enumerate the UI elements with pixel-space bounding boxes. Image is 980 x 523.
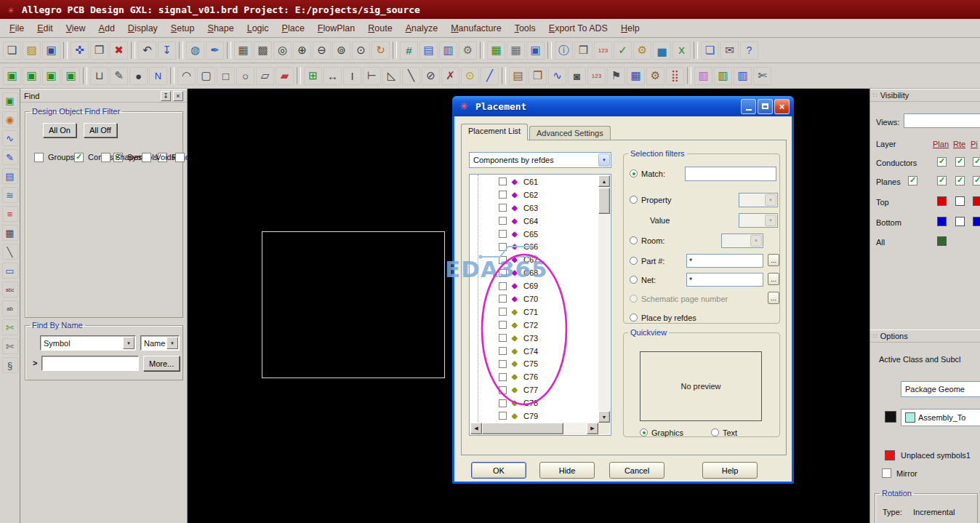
section-icon[interactable]: § [2,357,18,373]
net-browse-button[interactable]: ... [768,273,779,285]
separator[interactable] [63,41,68,59]
find-mode-select[interactable]: Name ▼ [140,335,180,351]
text-edit-icon[interactable]: ab [2,300,18,316]
shape-delete-icon[interactable]: ▰ [276,67,294,85]
net-radio[interactable] [630,276,638,284]
component-checkbox[interactable] [499,321,507,329]
pin-panel-icon[interactable]: ↧ [161,91,171,101]
scroll-down-icon[interactable]: ▼ [598,411,610,423]
menu-route[interactable]: Route [361,20,398,36]
component-row[interactable]: ◆ C72 [470,319,599,332]
component-row[interactable]: ◆ C63 [470,201,599,215]
edit-vertex-icon[interactable]: ✎ [110,67,128,85]
info-icon[interactable]: ⓘ [555,41,573,60]
footprint-pink-icon[interactable]: ▥ [694,67,712,85]
all-off-button[interactable]: All Off [84,123,117,137]
views-input[interactable] [904,113,980,128]
separator[interactable] [131,41,135,59]
bottom-rte-swatch[interactable] [955,217,965,226]
menu-flowplan[interactable]: FlowPlan [311,20,361,36]
top-pin-swatch[interactable] [973,196,980,206]
horizontal-scrollbar[interactable]: ◀ ▶ [470,423,598,434]
save-drawing-icon[interactable]: ▣ [42,41,60,60]
component-row[interactable]: ◆ C71 [470,306,599,319]
minimize-icon[interactable] [741,99,756,114]
world-view-icon[interactable]: ◍ [186,41,204,60]
component-row[interactable]: ◆ C74 [470,345,599,358]
conductors-plan-checkbox[interactable]: ✓ [937,157,947,167]
separator[interactable] [393,41,397,59]
component-checkbox[interactable] [499,399,507,407]
zoom-out-icon[interactable]: ⊖ [313,41,331,60]
part-radio[interactable] [630,257,638,265]
menu-logic[interactable]: Logic [241,20,276,36]
match-input[interactable] [685,167,776,181]
bottom-plan-swatch[interactable] [937,217,947,226]
top-plan-swatch[interactable] [937,196,947,206]
cut-icon[interactable]: ✄ [2,338,18,354]
pad-array-icon[interactable]: ⣿ [666,67,684,85]
package-keepin-icon[interactable]: ▣ [42,67,60,85]
text-radio[interactable] [711,428,719,436]
undo-icon[interactable]: ↶ [138,41,156,60]
circle-icon[interactable]: ○ [236,67,254,85]
numbers-icon[interactable]: 123 [594,41,612,60]
separator[interactable] [297,67,301,84]
component-row[interactable]: ◆ C68 [470,266,599,279]
spreadsheet-icon[interactable]: ▦ [507,41,525,60]
xsection-icon[interactable]: ▤ [419,41,438,60]
move-icon[interactable]: ✜ [71,41,89,60]
planes-rte-checkbox[interactable]: ✓ [955,176,965,185]
find-filter-row[interactable]: ✓ Shapes [101,148,142,167]
menu-file[interactable]: File [3,20,31,36]
component-checkbox[interactable] [499,204,507,212]
component-row[interactable]: ◆ C65 [470,228,599,241]
tab-advanced-settings[interactable]: Advanced Settings [529,126,611,140]
component-checkbox[interactable] [499,412,507,420]
dim-angle-icon[interactable]: ◺ [382,67,401,85]
smd-pin-icon[interactable]: ⊞ [304,67,322,85]
menu-analyze[interactable]: Analyze [399,20,444,36]
bottom-pin-swatch[interactable] [973,217,980,226]
text-block-icon[interactable]: ▤ [509,67,527,85]
maximize-icon[interactable] [758,99,773,114]
component-row[interactable]: ◆ C67 [470,253,599,266]
highlight-dot-icon[interactable]: ⊙ [461,67,479,85]
checkbox[interactable]: ✓ [101,153,111,162]
dim-ibeam-icon[interactable]: I [343,67,361,85]
class-select[interactable]: Package Geome [901,381,980,397]
workspace-icon[interactable]: ▣ [526,41,545,60]
separator[interactable] [547,41,552,59]
unrats-icon[interactable]: # [400,41,418,60]
separator[interactable] [170,67,174,84]
find-name-input[interactable] [41,356,139,371]
close-icon[interactable]: × [774,99,790,114]
schematic-page-radio[interactable] [630,295,638,303]
chart-icon[interactable]: ▅ [653,41,671,60]
column-plan-link[interactable]: Plan [933,140,949,148]
net-input[interactable] [686,273,763,287]
blue-grid-icon[interactable]: ▦ [627,67,645,85]
component-row[interactable]: ◆ C76 [470,370,599,383]
footprint-green-icon[interactable]: ▥ [714,67,732,85]
all-layers-swatch[interactable] [937,236,947,246]
spline-icon[interactable]: N [149,67,167,85]
tools-icon[interactable]: ⚙ [646,67,664,85]
room-select[interactable]: ▼ [721,233,763,248]
waveform-icon[interactable]: ∿ [548,67,566,85]
flag-icon[interactable]: ⚑ [607,67,625,85]
delete-icon[interactable]: ✖ [110,41,128,60]
planes-pin-checkbox[interactable]: ✓ [973,176,980,185]
menu-place[interactable]: Place [276,20,311,36]
grid-points-icon[interactable]: ▩ [254,41,272,60]
component-checkbox[interactable] [499,308,507,316]
subclass-color-swatch[interactable] [885,411,896,423]
grid-icon[interactable]: ▦ [234,41,252,60]
column-rte-link[interactable]: Rte [953,140,965,148]
rotation-type-value[interactable]: Incremental [913,508,955,516]
dropdown-arrow-icon[interactable]: ▼ [123,337,134,349]
component-checkbox[interactable] [499,269,507,277]
help-button[interactable]: Help [702,462,758,479]
room-radio[interactable] [630,236,638,244]
reports-icon[interactable]: ❒ [574,41,593,60]
